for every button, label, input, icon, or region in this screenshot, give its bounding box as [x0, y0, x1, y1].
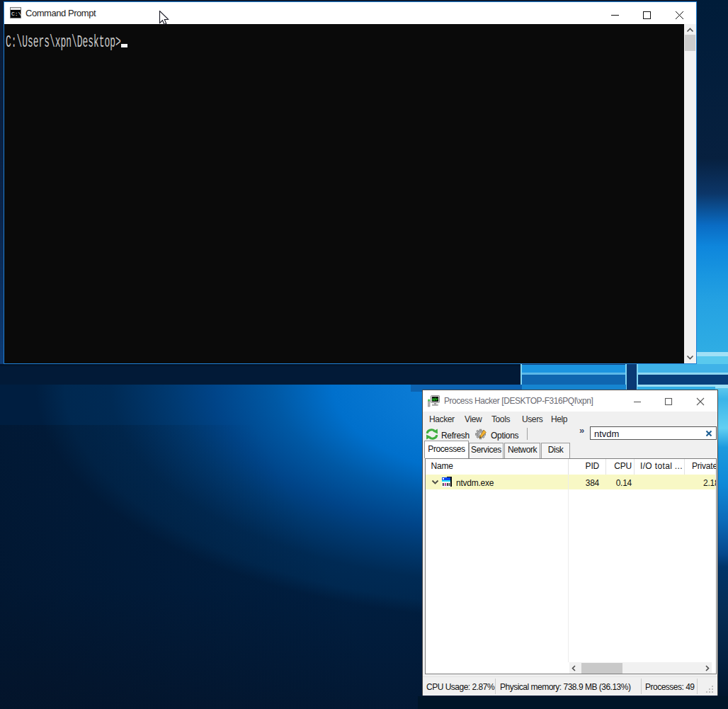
svg-text:C:\: C:\	[11, 11, 22, 17]
